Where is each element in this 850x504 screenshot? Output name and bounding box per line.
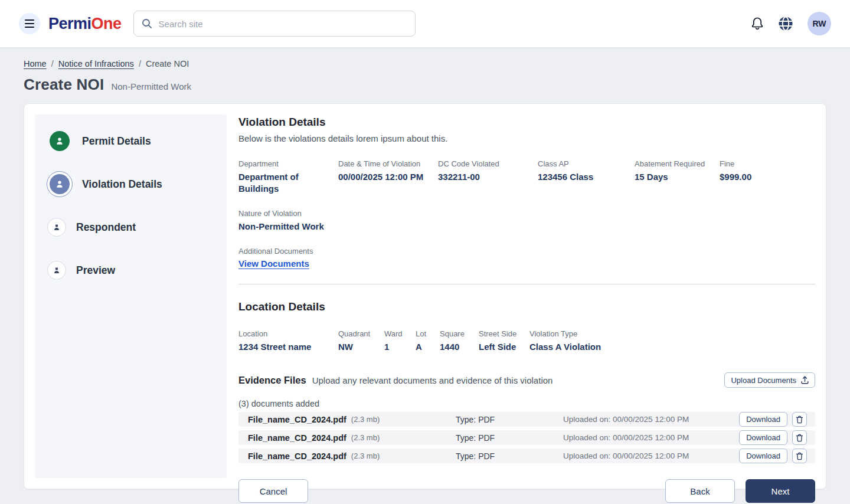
field-dc-code: DC Code Violated 332211-00 [438, 159, 538, 195]
trash-icon [796, 434, 803, 442]
language-globe-icon[interactable] [778, 16, 793, 31]
page-subtitle: Non-Permitted Work [111, 81, 191, 91]
site-search[interactable] [133, 11, 416, 37]
breadcrumb: Home / Notice of Infractions / Create NO… [24, 59, 826, 68]
app-logo: PermiOne [48, 15, 122, 33]
search-icon [141, 18, 153, 30]
create-noi-card: Permit Details Violation Details Respond… [24, 103, 826, 489]
field-department: Department Department of Buildings [238, 159, 338, 195]
violation-fields-row: Department Department of Buildings Date … [238, 159, 815, 195]
violation-details-title: Violation Details [238, 116, 815, 129]
field-fine: Fine $999.00 [720, 159, 815, 195]
file-size: (2.3 mb) [351, 433, 380, 442]
file-uploaded-on: Uploaded on: 00/00/2025 12:00 PM [563, 415, 689, 424]
evidence-files-header: Evidence Files Upload any relevant docum… [238, 372, 815, 388]
wizard-footer: Cancel Back Next [238, 479, 815, 503]
section-divider [238, 284, 815, 284]
step-label: Violation Details [82, 178, 162, 191]
logo-part-1: Permi [48, 15, 91, 32]
file-name: File_name_CD_2024.pdf [248, 433, 346, 443]
field-class-ap: Class AP 123456 Class [538, 159, 635, 195]
hamburger-menu-icon[interactable] [19, 13, 40, 34]
field-additional-documents: Additional Documents View Documents [238, 247, 815, 269]
field-street-side: Street Side Left Side [479, 329, 529, 353]
avatar-initials: RW [812, 19, 826, 28]
back-button[interactable]: Back [665, 479, 735, 503]
step-permit-details[interactable]: Permit Details [47, 125, 215, 157]
header-actions: RW [751, 12, 831, 35]
main-content: Violation Details Below is the violation… [237, 114, 815, 478]
documents-count: (3) documents added [238, 399, 815, 408]
logo-part-2: One [91, 15, 122, 32]
step-person-icon [47, 218, 66, 237]
page-title-row: Create NOI Non-Permitted Work [24, 76, 826, 94]
upload-icon [801, 376, 809, 384]
file-uploaded-on: Uploaded on: 00/00/2025 12:00 PM [563, 433, 689, 442]
delete-file-button[interactable] [792, 449, 807, 463]
download-button[interactable]: Download [739, 449, 787, 463]
file-row: File_name_CD_2024.pdf (2.3 mb) Type: PDF… [238, 449, 815, 463]
upload-documents-button[interactable]: Upload Documents [724, 372, 815, 388]
download-button[interactable]: Download [739, 412, 787, 427]
file-size: (2.3 mb) [351, 415, 380, 424]
file-name: File_name_CD_2024.pdf [248, 415, 346, 424]
step-label: Permit Details [82, 135, 151, 148]
field-ward: Ward 1 [384, 329, 416, 353]
cancel-button[interactable]: Cancel [238, 479, 308, 503]
file-uploaded-on: Uploaded on: 00/00/2025 12:00 PM [563, 451, 689, 460]
breadcrumb-separator: / [139, 59, 141, 68]
user-avatar[interactable]: RW [808, 12, 831, 35]
step-active-person-icon [50, 174, 70, 194]
next-button[interactable]: Next [746, 479, 815, 503]
breadcrumb-home-link[interactable]: Home [24, 59, 47, 68]
evidence-files-description: Upload any relevant documents and eviden… [312, 375, 553, 385]
file-type: Type: PDF [456, 451, 495, 461]
notifications-bell-icon[interactable] [751, 17, 764, 31]
app-header: PermiOne RW [0, 0, 850, 47]
page-title: Create NOI [24, 76, 104, 94]
file-type: Type: PDF [456, 415, 495, 424]
evidence-files-title: Evidence Files [238, 375, 306, 386]
step-completed-person-icon [50, 131, 70, 151]
step-preview[interactable]: Preview [47, 254, 215, 286]
field-lot: Lot A [416, 329, 440, 353]
search-input[interactable] [159, 19, 408, 29]
breadcrumb-current: Create NOI [146, 59, 189, 68]
field-abatement: Abatement Required 15 Days [635, 159, 720, 195]
location-fields-row: Location 1234 Street name Quadrant NW Wa… [238, 329, 815, 353]
delete-file-button[interactable] [792, 430, 807, 445]
trash-icon [796, 452, 803, 460]
file-row: File_name_CD_2024.pdf (2.3 mb) Type: PDF… [238, 412, 815, 427]
breadcrumb-noi-link[interactable]: Notice of Infractions [58, 59, 134, 68]
field-quadrant: Quadrant NW [338, 329, 384, 353]
file-name: File_name_CD_2024.pdf [248, 451, 346, 461]
field-nature-of-violation: Nature of Violation Non-Permitted Work [238, 209, 815, 233]
delete-file-button[interactable] [792, 412, 807, 427]
breadcrumb-separator: / [51, 59, 54, 68]
file-type: Type: PDF [456, 433, 495, 443]
file-size: (2.3 mb) [351, 451, 380, 460]
view-documents-link[interactable]: View Documents [238, 258, 309, 269]
step-person-icon [47, 261, 66, 280]
field-date-time: Date & Time of Violation 00/00/2025 12:0… [338, 159, 438, 195]
field-violation-type: Violation Type Class A Violation [529, 329, 815, 353]
page-body: Home / Notice of Infractions / Create NO… [0, 59, 850, 489]
stepper-sidebar: Permit Details Violation Details Respond… [35, 114, 227, 478]
location-details-title: Location Details [238, 300, 815, 313]
step-label: Preview [76, 264, 115, 277]
trash-icon [796, 415, 803, 424]
step-respondent[interactable]: Respondent [47, 211, 215, 243]
field-square: Square 1440 [440, 329, 479, 353]
violation-details-description: Below is the violations details lorem ip… [238, 133, 815, 143]
step-label: Respondent [76, 221, 136, 234]
file-row: File_name_CD_2024.pdf (2.3 mb) Type: PDF… [238, 430, 815, 445]
field-location: Location 1234 Street name [238, 329, 338, 353]
download-button[interactable]: Download [739, 430, 787, 445]
step-violation-details[interactable]: Violation Details [47, 168, 215, 200]
